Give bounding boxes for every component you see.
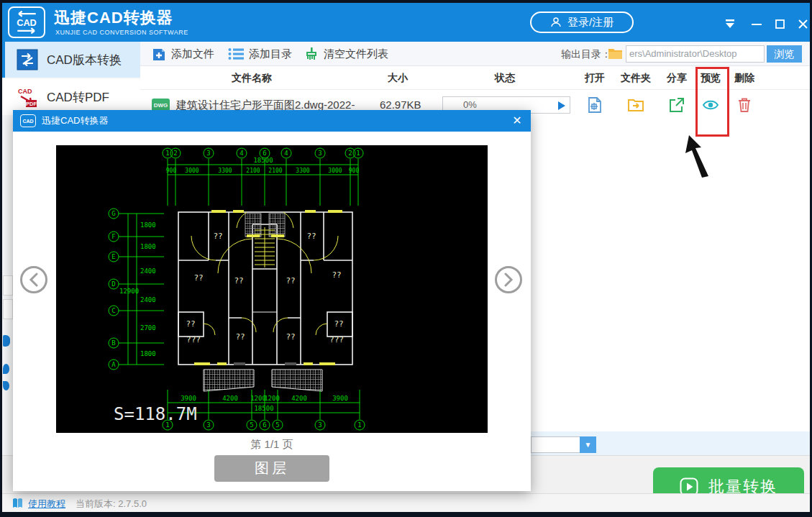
dialog-logo-icon: CAD xyxy=(20,114,36,127)
status-bar: 使用教程 当前版本: 2.7.5.0 xyxy=(2,493,810,512)
dim-label: 3900 xyxy=(181,395,196,402)
col-header-size: 大小 xyxy=(388,72,408,85)
preview-eye-icon[interactable] xyxy=(702,96,719,114)
col-header-preview: 预览 xyxy=(701,72,721,85)
room-label: ??? xyxy=(329,335,344,344)
dialog-title-bar[interactable]: CAD 迅捷CAD转换器 ✕ xyxy=(13,110,531,132)
dialog-title: 迅捷CAD转换器 xyxy=(42,114,108,127)
open-file-icon[interactable] xyxy=(586,96,603,114)
login-label: 登录/注册 xyxy=(567,16,613,29)
room-label: ??? xyxy=(186,335,201,344)
minimize-button[interactable] xyxy=(747,16,766,32)
dim-total-top: 18500 xyxy=(253,157,273,164)
grid-bubble: 6 xyxy=(263,421,266,429)
col-header-filename: 文件名称 xyxy=(232,72,272,85)
dim-label: 900 xyxy=(349,168,360,174)
chevron-right-icon xyxy=(503,273,514,287)
app-logo-icon: CAD xyxy=(8,6,45,38)
login-button[interactable]: 登录/注册 xyxy=(530,12,634,33)
skin-menu-icon[interactable] xyxy=(721,16,739,32)
hatched-shaft xyxy=(269,214,285,237)
logo-text: CAD xyxy=(17,17,37,28)
folder-icon xyxy=(608,47,623,60)
browse-button[interactable]: 浏览 xyxy=(767,45,802,63)
dim-label: 2100 xyxy=(246,168,260,174)
room-label: ?? xyxy=(306,232,316,241)
partial-sidebar-box xyxy=(3,299,13,319)
grid-bubble: 1 xyxy=(357,421,361,429)
grid-bubble: 1 xyxy=(356,150,360,157)
close-button[interactable] xyxy=(793,16,812,32)
add-file-icon xyxy=(152,46,166,62)
app-title: 迅捷CAD转换器 xyxy=(54,7,173,29)
format-select[interactable] xyxy=(531,436,580,453)
dim-total-bottom: 18500 xyxy=(254,405,273,412)
cad-version-convert-icon xyxy=(17,49,38,70)
open-folder-icon[interactable] xyxy=(627,96,644,114)
add-file-button[interactable]: 添加文件 xyxy=(152,45,214,63)
room-label: ?? xyxy=(193,273,203,283)
list-header: 文件名称 大小 状态 打开 文件夹 分享 预览 删除 xyxy=(140,66,810,90)
tutorial-book-icon xyxy=(12,498,23,509)
chevron-left-icon xyxy=(28,273,40,287)
cad-floorplan-drawing: 1 2 3 4 6 4 3 2 1 18500 900 3000 3300 21… xyxy=(56,145,488,433)
dim-label: 3900 xyxy=(332,395,348,402)
grid-bubble: 3 xyxy=(206,150,210,157)
dim-label: 4200 xyxy=(291,395,307,402)
partial-sidebar-icon xyxy=(3,364,9,374)
grid-bubble: G xyxy=(111,210,115,217)
sidebar-item-label: CAD转PDF xyxy=(47,89,109,106)
cad-preview-canvas[interactable]: 1 2 3 4 6 4 3 2 1 18500 900 3000 3300 21… xyxy=(56,145,488,433)
preview-dialog: CAD 迅捷CAD转换器 ✕ xyxy=(13,110,531,491)
tutorial-link[interactable]: 使用教程 xyxy=(28,498,65,511)
dim-label: 900 xyxy=(166,168,177,174)
maximize-button[interactable] xyxy=(770,16,789,32)
col-header-status: 状态 xyxy=(495,72,515,85)
grid-bubble: 5 xyxy=(250,421,253,429)
dim-label: 1800 xyxy=(140,221,156,229)
clear-list-icon xyxy=(304,47,319,61)
dim-label: 4200 xyxy=(222,395,238,402)
col-header-share: 分享 xyxy=(667,72,687,85)
dim-label: 2100 xyxy=(268,168,282,174)
sidebar-item-cad-version-convert[interactable]: CAD版本转换 xyxy=(2,42,140,78)
dim-label: 1200 xyxy=(264,395,280,402)
add-directory-label: 添加目录 xyxy=(249,47,292,61)
grid-bubble: 4 xyxy=(284,150,288,157)
combo-dropdown-icon[interactable]: ▼ xyxy=(580,436,596,453)
grid-bubble: A xyxy=(111,361,116,368)
share-icon[interactable] xyxy=(668,96,685,114)
hatched-shaft xyxy=(245,214,261,237)
add-directory-button[interactable]: 添加目录 xyxy=(228,45,292,63)
grid-bubble: F xyxy=(111,233,115,240)
window-bottom-edge xyxy=(0,512,812,517)
grid-bubble: 1 xyxy=(165,150,169,157)
dim-label: 1800 xyxy=(140,350,156,357)
app-subtitle: XUNJIE CAD CONVERSION SOFTWARE xyxy=(55,29,188,36)
dim-label: 2700 xyxy=(140,324,156,331)
grid-bubble: 2 xyxy=(173,150,177,157)
grid-bubble: D xyxy=(111,280,115,288)
clear-file-list-button[interactable]: 清空文件列表 xyxy=(304,45,388,63)
delete-trash-icon[interactable] xyxy=(736,96,753,114)
dim-label: 3000 xyxy=(185,168,199,174)
grid-bubble: 4 xyxy=(240,150,243,157)
partial-sidebar-icon xyxy=(3,381,9,390)
next-page-button[interactable] xyxy=(495,266,522,293)
user-icon xyxy=(550,17,562,28)
dim-label: 2400 xyxy=(140,267,156,275)
progress-percent: 0% xyxy=(463,99,477,110)
file-size: 62.97KB xyxy=(380,99,421,111)
dim-label: 3300 xyxy=(296,168,309,174)
room-label: ?? xyxy=(186,319,195,329)
output-settings-row: ▼ xyxy=(531,431,810,455)
layers-button[interactable]: 图层 xyxy=(214,455,329,482)
start-convert-icon[interactable] xyxy=(557,101,566,111)
cad-to-pdf-icon: CAD PDF xyxy=(17,86,38,108)
grid-bubble: E xyxy=(111,253,115,260)
dialog-close-icon[interactable]: ✕ xyxy=(509,113,525,129)
room-label: ?? xyxy=(334,319,343,329)
prev-page-button[interactable] xyxy=(20,266,47,293)
output-path-field[interactable]: ers\Administrator\Desktop xyxy=(626,45,765,63)
grid-bubble: 3 xyxy=(318,150,321,157)
